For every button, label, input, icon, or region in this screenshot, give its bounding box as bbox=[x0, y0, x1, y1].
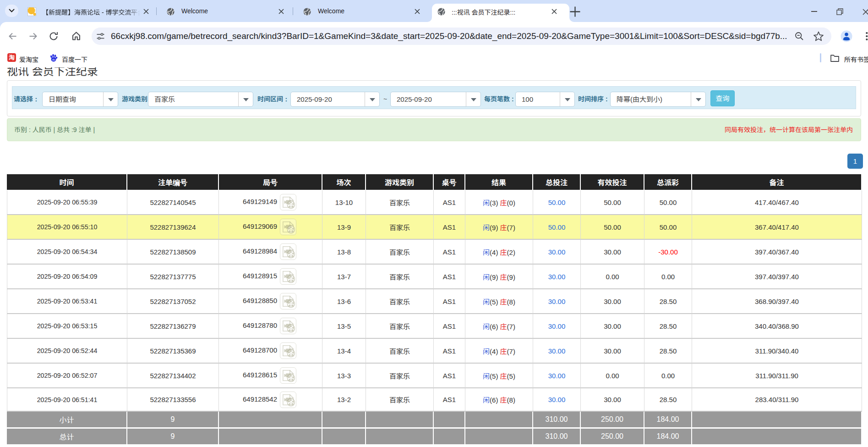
svg-text:du: du bbox=[52, 58, 55, 61]
